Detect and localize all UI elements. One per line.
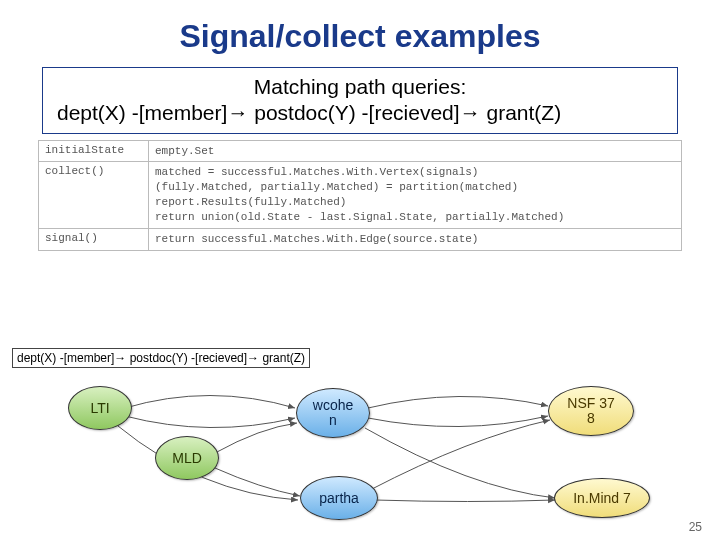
cell-key: signal() — [39, 228, 149, 250]
node-wcohen: wcohe n — [296, 388, 370, 438]
node-partha: partha — [300, 476, 378, 520]
cell-val: empty.Set — [149, 140, 682, 162]
table-row: signal() return successful.Matches.With.… — [39, 228, 682, 250]
pseudocode-table: initialState empty.Set collect() matched… — [38, 140, 682, 251]
table-row: collect() matched = successful.Matches.W… — [39, 162, 682, 228]
cell-key: initialState — [39, 140, 149, 162]
node-nsf378: NSF 37 8 — [548, 386, 634, 436]
node-lti: LTI — [68, 386, 132, 430]
mini-query-box: dept(X) -[member]→ postdoc(Y) -[recieved… — [12, 348, 310, 368]
cell-val: matched = successful.Matches.With.Vertex… — [149, 162, 682, 228]
graph-diagram: LTI MLD wcohe n partha NSF 37 8 In.Mind … — [0, 368, 720, 528]
table-row: initialState empty.Set — [39, 140, 682, 162]
node-inmind7: In.Mind 7 — [554, 478, 650, 518]
query-line2: dept(X) -[member]→ postdoc(Y) -[recieved… — [53, 100, 667, 126]
cell-val: return successful.Matches.With.Edge(sour… — [149, 228, 682, 250]
slide-number: 25 — [689, 520, 702, 534]
slide-title: Signal/collect examples — [0, 0, 720, 63]
query-box: Matching path queries: dept(X) -[member]… — [42, 67, 678, 134]
cell-key: collect() — [39, 162, 149, 228]
query-line1: Matching path queries: — [53, 74, 667, 100]
node-mld: MLD — [155, 436, 219, 480]
